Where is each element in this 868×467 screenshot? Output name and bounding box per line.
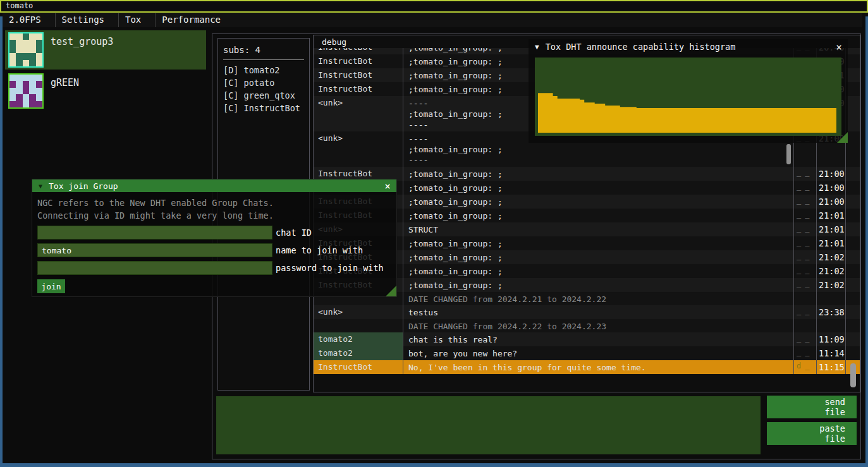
peer-item-potato[interactable]: [C] potato bbox=[223, 76, 304, 89]
close-icon[interactable]: × bbox=[833, 41, 845, 53]
delivery-indicator: _ bbox=[805, 348, 813, 356]
delivery-indicator: _ bbox=[797, 279, 805, 288]
scrollbar-gutter bbox=[846, 82, 860, 96]
delivery-indicator: _ bbox=[805, 238, 813, 246]
menubar: 2.0FPS SettingsToxPerformance bbox=[3, 13, 862, 27]
delivery-indicator: _ bbox=[797, 238, 805, 246]
group-item-test_group3[interactable]: test_group3 bbox=[5, 30, 206, 70]
send-file-button[interactable]: send file bbox=[767, 396, 857, 418]
group-avatar bbox=[8, 73, 44, 109]
scrollbar-gutter bbox=[846, 346, 860, 360]
message-text: ;tomato_in_group: ; bbox=[403, 209, 794, 222]
delivery-indicators: __ bbox=[794, 222, 817, 236]
window-border-left bbox=[0, 16, 3, 463]
message-text: ;tomato_in_group: ; bbox=[403, 236, 794, 250]
dialog-info-line-2: Connecting via ID might take a very long… bbox=[37, 209, 391, 222]
window-titlebar: tomato bbox=[0, 0, 868, 13]
menu-item-tox[interactable]: Tox bbox=[119, 13, 155, 27]
join-name-input[interactable] bbox=[37, 243, 272, 257]
collapse-arrow-icon[interactable]: ▼ bbox=[39, 183, 42, 190]
message-row[interactable]: tomato2bot, are you new here?__11:14 bbox=[314, 346, 860, 360]
message-row[interactable]: tomato2chat is this real?__11:09 bbox=[314, 332, 860, 346]
scrollbar-gutter bbox=[846, 278, 860, 292]
menu-item-settings[interactable]: Settings bbox=[56, 13, 118, 27]
chat-id-label: chat ID bbox=[276, 226, 312, 240]
delivery-indicator: _ bbox=[805, 279, 813, 288]
join-name-label: name to join with bbox=[276, 243, 363, 257]
join-dialog-titlebar[interactable]: ▼ Tox join Group × bbox=[32, 179, 396, 192]
scrollbar-gutter bbox=[846, 131, 860, 167]
close-icon[interactable]: × bbox=[381, 180, 394, 192]
delivery-indicator: _ bbox=[797, 252, 805, 260]
join-button[interactable]: join bbox=[37, 279, 65, 293]
message-row[interactable]: <unk>testus__23:38 bbox=[314, 305, 860, 319]
timestamp: 23:38 bbox=[817, 305, 846, 319]
join-password-input[interactable] bbox=[37, 261, 272, 275]
delivery-indicator: _ bbox=[805, 196, 813, 205]
sender-name-cell: <unk> bbox=[314, 96, 403, 131]
dialog-info-line-1: NGC refers to the New DHT enabled Group … bbox=[37, 197, 391, 209]
peer-item-green_qtox[interactable]: [C] green_qtox bbox=[223, 89, 304, 102]
delivery-indicators: __ bbox=[794, 346, 817, 360]
scrollbar-gutter bbox=[846, 195, 860, 209]
resize-grip-icon[interactable] bbox=[386, 286, 396, 296]
message-text: ;tomato_in_group: ; bbox=[403, 250, 794, 264]
delivery-indicators: __ bbox=[794, 332, 817, 346]
delivery-indicator: d bbox=[797, 361, 805, 370]
delivery-indicator: _ bbox=[805, 334, 813, 343]
delivery-indicators: __ bbox=[794, 278, 817, 292]
timestamp bbox=[817, 292, 846, 305]
delivery-indicator: _ bbox=[797, 306, 805, 315]
message-text: ;tomato_in_group: ; bbox=[403, 264, 794, 278]
message-row[interactable]: InstructBotNo, I've been in this group f… bbox=[314, 360, 860, 374]
join-password-label: password to join with bbox=[276, 261, 384, 275]
sender-name-cell: <unk> bbox=[314, 131, 403, 167]
paste-file-button[interactable]: paste file bbox=[767, 422, 857, 445]
fps-indicator: 2.0FPS bbox=[3, 13, 55, 27]
delivery-indicator: _ bbox=[805, 252, 813, 260]
histogram-plot bbox=[535, 58, 841, 136]
peer-item-InstructBot[interactable]: [C] InstructBot bbox=[223, 102, 304, 114]
delivery-indicator: _ bbox=[805, 306, 813, 315]
sender-name-cell: tomato2 bbox=[314, 332, 403, 346]
group-avatar bbox=[8, 32, 44, 68]
chat-scrollbar[interactable] bbox=[850, 363, 856, 387]
window-border-bottom bbox=[0, 463, 868, 467]
window-border-right bbox=[865, 16, 868, 463]
sender-name-cell: tomato2 bbox=[314, 346, 403, 360]
timestamp: 21:02 bbox=[817, 278, 846, 292]
timestamp: 11:14 bbox=[817, 346, 846, 360]
peer-item-tomato2[interactable]: [D] tomato2 bbox=[223, 64, 304, 76]
delivery-indicator: _ bbox=[805, 182, 813, 191]
resize-grip-icon[interactable] bbox=[837, 132, 848, 143]
timestamp: 21:01 bbox=[817, 222, 846, 236]
delivery-indicator: _ bbox=[797, 334, 805, 343]
join-group-dialog: ▼ Tox join Group × NGC refers to the New… bbox=[32, 179, 397, 297]
scrollbar-gutter bbox=[846, 54, 860, 68]
dialog-info-text: NGC refers to the New DHT enabled Group … bbox=[37, 197, 391, 222]
chat-id-input[interactable] bbox=[37, 226, 272, 240]
date-changed-text: DATE CHANGED from 2024.2.22 to 2024.2.23 bbox=[403, 319, 794, 332]
group-item-gREEN[interactable]: gREEN bbox=[5, 71, 206, 111]
histogram-svg bbox=[535, 58, 841, 136]
delivery-indicator: _ bbox=[797, 265, 805, 274]
timestamp: 21:00 bbox=[817, 167, 846, 181]
delivery-indicator: _ bbox=[805, 265, 813, 274]
delivery-indicators: __ bbox=[794, 250, 817, 264]
collapse-arrow-icon[interactable]: ▼ bbox=[535, 43, 539, 51]
histogram-window-title: Tox DHT announce capability histogram bbox=[546, 42, 833, 52]
menu-item-performance[interactable]: Performance bbox=[156, 13, 235, 27]
timestamp: 11:09 bbox=[817, 332, 846, 346]
sender-name-cell bbox=[314, 319, 403, 332]
message-input[interactable] bbox=[216, 396, 761, 454]
delivery-indicator: _ bbox=[797, 196, 805, 205]
delivery-indicator: _ bbox=[797, 168, 805, 177]
sender-name-cell: InstructBot bbox=[314, 360, 403, 374]
timestamp: 21:00 bbox=[817, 181, 846, 195]
timestamp: 21:02 bbox=[817, 264, 846, 278]
histogram-window-titlebar[interactable]: ▼ Tox DHT announce capability histogram … bbox=[529, 39, 848, 54]
message-column-scrollbar[interactable] bbox=[786, 144, 791, 164]
delivery-indicators: __ bbox=[794, 195, 817, 209]
group-name: gREEN bbox=[51, 77, 79, 88]
delivery-indicator: _ bbox=[805, 168, 813, 177]
